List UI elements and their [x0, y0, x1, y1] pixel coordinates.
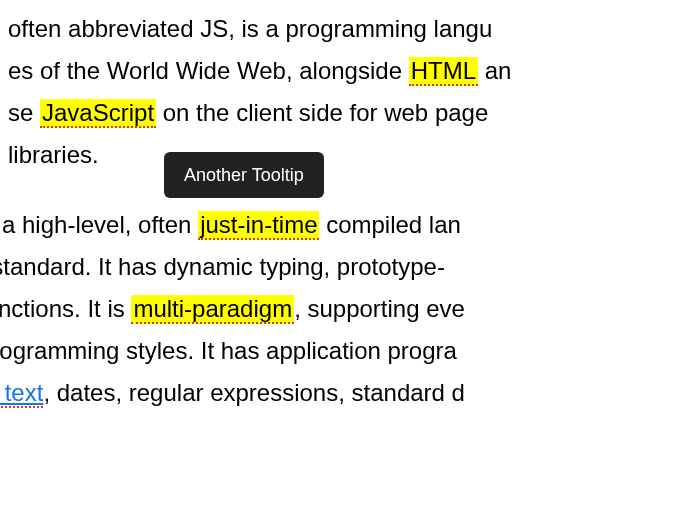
text-line: often abbreviated JS, is a programming l… — [8, 8, 691, 50]
text-line: libraries. — [8, 134, 691, 176]
text-line: se JavaScript on the client side for web… — [8, 92, 691, 134]
tooltip-text: Another Tooltip — [184, 165, 304, 185]
text-line: t standard. It has dynamic typing, proto… — [0, 246, 691, 288]
highlighted-javascript[interactable]: JavaScript — [40, 99, 156, 128]
tooltip: Another Tooltip — [164, 152, 324, 198]
paragraph-1: often abbreviated JS, is a programming l… — [8, 8, 691, 176]
highlighted-html[interactable]: HTML — [409, 57, 478, 86]
text-line: th text, dates, regular expressions, sta… — [0, 372, 691, 414]
text-line: programming styles. It has application p… — [0, 330, 691, 372]
text-line: es of the World Wide Web, alongside HTML… — [8, 50, 691, 92]
text-line: functions. It is multi-paradigm, support… — [0, 288, 691, 330]
paragraph-2: is a high-level, often just-in-time comp… — [0, 204, 691, 414]
text-line: is a high-level, often just-in-time comp… — [0, 204, 691, 246]
highlighted-jit[interactable]: just-in-time — [198, 211, 319, 240]
highlighted-multiparadigm[interactable]: multi-paradigm — [131, 295, 294, 324]
link-text[interactable]: th text — [0, 379, 43, 408]
